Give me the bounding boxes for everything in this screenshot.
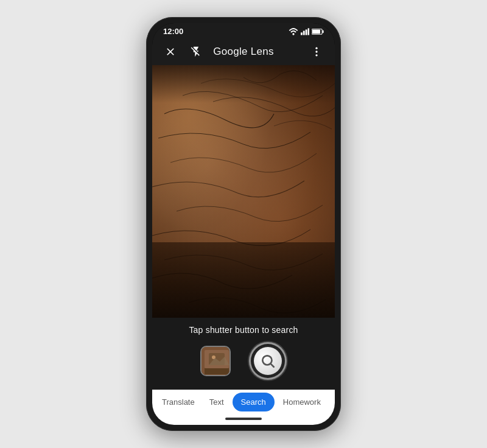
close-button[interactable] [162,43,179,60]
svg-rect-1 [301,32,303,35]
svg-rect-2 [303,30,305,35]
tab-homework[interactable]: Homework [276,390,328,414]
gallery-button[interactable] [200,346,231,376]
hair-texture-svg [152,65,335,318]
camera-preview [152,65,335,318]
shutter-search-icon [260,353,276,369]
controls-row [152,340,335,390]
svg-line-18 [271,364,274,367]
tab-bar: Translate Text Search Homework Shoppi... [152,390,335,414]
more-options-button[interactable] [308,43,325,60]
tab-search[interactable]: Search [233,393,275,411]
tab-shopping[interactable]: Shoppi... [328,390,335,414]
gallery-icon [201,347,231,376]
bottom-controls: Tap shutter button to search [152,318,335,390]
phone-screen: 12:00 [152,23,335,425]
camera-viewfinder[interactable] [152,65,335,318]
svg-rect-7 [323,30,324,32]
svg-rect-4 [308,28,309,35]
svg-point-10 [315,54,317,56]
svg-rect-3 [306,29,307,35]
svg-rect-13 [205,368,229,374]
wifi-icon [289,28,298,35]
home-bar [225,418,262,420]
home-indicator [152,414,335,425]
app-header: Google Lens [152,38,335,65]
shutter-button[interactable] [249,342,287,380]
svg-rect-6 [312,29,320,33]
shutter-inner-circle [254,347,282,375]
svg-point-0 [292,33,294,35]
phone-frame: 12:00 [146,17,341,431]
app-title: Google Lens [213,46,274,58]
svg-point-8 [315,47,317,49]
tab-text[interactable]: Text [202,390,231,414]
svg-point-9 [315,51,317,52]
flash-off-button[interactable] [187,43,205,60]
hint-text: Tap shutter button to search [152,318,335,340]
tab-translate[interactable]: Translate [155,390,202,414]
status-icons [289,28,324,35]
title-lens: Lens [248,46,274,57]
title-google: Google [213,46,248,57]
header-left-actions [162,43,205,60]
status-bar: 12:00 [152,23,335,38]
signal-icon [301,28,309,35]
battery-icon [312,28,324,35]
status-time: 12:00 [163,27,183,36]
gallery-thumbnail [201,347,229,375]
